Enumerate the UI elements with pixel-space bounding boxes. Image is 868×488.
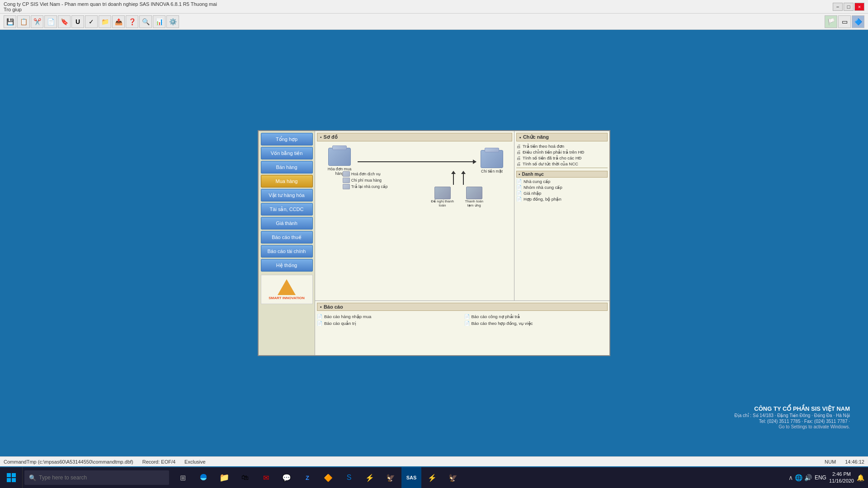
app-window: Tổng hợp Vốn bằng tiền Bán hàng Mua hàng… [258, 130, 610, 356]
taskbar-sas-icon[interactable]: SAS [401, 467, 421, 488]
toolbar-cut-btn[interactable]: ✂️ [31, 15, 43, 28]
sidebar-item-vat-tu[interactable]: Vật tư hàng hóa [261, 189, 313, 202]
tray-network-icon[interactable]: 🌐 [795, 474, 802, 481]
bao-cao-item-0[interactable]: 📄 Báo cáo hàng nhập mua [317, 314, 461, 319]
sidebar-item-ban-hang[interactable]: Bán hàng [261, 161, 313, 174]
taskbar-mail-icon[interactable]: ✉ [256, 467, 276, 488]
danh-muc-item-1[interactable]: 📄 Nhóm nhà cung cấp [516, 184, 608, 190]
bao-cao-doc-icon-0: 📄 [317, 314, 322, 319]
maximize-button[interactable]: □ [844, 3, 854, 11]
app-content: Tổng hợp Vốn bằng tiền Bán hàng Mua hàng… [259, 131, 609, 355]
danh-muc-item-3[interactable]: 📄 Hợp đồng, bộ phận [516, 196, 608, 202]
notification-icon[interactable]: 🔔 [857, 474, 864, 481]
minimize-button[interactable]: − [833, 3, 843, 11]
taskbar-zoom-icon[interactable]: Z [297, 467, 317, 488]
danh-muc-header: ▪ Danh mục [516, 171, 608, 178]
tray-icons: ∧ 🌐 🔊 [788, 474, 812, 481]
toolbar-chart-btn[interactable]: 📊 [153, 15, 165, 28]
toolbar-bookmark-btn[interactable]: 🔖 [58, 15, 71, 28]
taskbar-edge-icon[interactable] [193, 467, 213, 488]
toolbar-copy-btn[interactable]: 📋 [17, 15, 30, 28]
toolbar-settings-btn[interactable]: ⚙️ [166, 15, 179, 28]
arrows-up [453, 171, 464, 185]
taskbar-store-icon[interactable]: 🛍 [235, 467, 255, 488]
bao-cao-grid: 📄 Báo cáo hàng nhập mua 📄 Báo cáo công n… [317, 314, 608, 326]
toolbar-special-btn2[interactable]: ▭ [838, 15, 851, 28]
toolbar-new-btn[interactable]: 📄 [44, 15, 57, 28]
taskbar-explorer-icon[interactable]: 📁 [214, 467, 234, 488]
statusbar: CommandTmp (c:\mpsas60\A53144550\command… [0, 456, 868, 466]
bao-cao-item-3[interactable]: 📄 Báo cáo theo hợp đồng, vụ việc [464, 320, 608, 326]
sidebar-item-bao-cao-thue[interactable]: Báo cáo thuế [261, 231, 313, 244]
close-button[interactable]: × [854, 3, 864, 11]
doc-icon-1: 📄 [516, 185, 522, 190]
sidebar-item-mua-hang[interactable]: Mua hàng [261, 175, 313, 188]
bao-cao-header-icon: ▪ [320, 304, 322, 310]
taskbar-app6-icon[interactable]: 🦅 [443, 467, 463, 488]
danh-muc-item-0[interactable]: 📄 Nhà cung cấp [516, 178, 608, 184]
search-bar[interactable]: 🔍 [24, 470, 169, 485]
chuc-nang-item-2[interactable]: 🖨 Tính số tiền đã trả cho các HĐ [516, 155, 608, 161]
diag-item-hoadon-dv: Hoá đơn dịch vụ [343, 171, 381, 177]
tray-arrow-icon[interactable]: ∧ [788, 474, 793, 481]
bao-cao-doc-icon-1: 📄 [464, 314, 470, 319]
sys-tray: ∧ 🌐 🔊 ENG 2:46 PM 11/16/2020 🔔 [788, 471, 868, 485]
arrow-up-1 [453, 171, 454, 185]
start-button[interactable] [0, 467, 23, 488]
sidebar-item-gia-thanh[interactable]: Giá thành [261, 217, 313, 230]
diag-node-denghi: Đề nghị thanh toán [430, 187, 455, 207]
window-title: Cong ty CP SIS Viet Nam - Phan mem quan … [4, 1, 217, 7]
toolbar-check-btn[interactable]: ✓ [85, 15, 98, 28]
toolbar-search-btn[interactable]: 🔍 [139, 15, 152, 28]
company-address: Địa chỉ : Số 14/183 · Đặng Tiến Đông · Đ… [734, 413, 850, 418]
hoadon-icon-shape [328, 148, 351, 166]
toolbar-help-btn[interactable]: ❓ [126, 15, 138, 28]
status-record: Record: EOF/4 [142, 459, 175, 465]
thanhtoan-shape [466, 187, 482, 199]
diag-item-chiphi: Chi phí mua hàng [343, 178, 382, 183]
taskbar-skype-icon[interactable]: 💬 [277, 467, 297, 488]
bao-cao-item-2[interactable]: 📄 Báo cáo quản trị [317, 320, 461, 326]
chuc-nang-item-1[interactable]: 🖨 Điều chỉnh tiền phải trả trên HĐ [516, 149, 608, 155]
taskbar-app5-icon[interactable]: ⚡ [422, 467, 442, 488]
small-icon-3 [343, 184, 350, 189]
toolbar-folder-btn[interactable]: 📁 [99, 15, 111, 28]
chuc-nang-header: ▪ Chức năng [516, 133, 608, 141]
sidebar-item-tong-hop[interactable]: Tổng hợp [261, 133, 313, 145]
taskbar-app4-icon[interactable]: 🦅 [381, 467, 401, 488]
diagram-area: Hóa đơn mua hàng Chi tiền mặt [317, 143, 512, 299]
search-icon: 🔍 [29, 474, 36, 481]
task-icons: ⊞ 📁 🛍 ✉ 💬 Z 🔶 S ⚡ 🦅 SAS ⚡ 🦅 [173, 467, 463, 488]
taskbar-app1-icon[interactable]: 🔶 [318, 467, 338, 488]
chuc-nang-item-0[interactable]: 🖨 Trả tiền theo hoá đơn [516, 143, 608, 149]
chuc-nang-item-3[interactable]: 🖨 Tính số dư tức thời của NCC [516, 161, 608, 167]
small-icon-1 [343, 171, 350, 177]
bao-cao-item-1[interactable]: 📄 Báo cáo công nợ phải trả [464, 314, 608, 319]
toolbar-special-btn3[interactable]: 🔷 [852, 15, 864, 28]
main-area: Tổng hợp Vốn bằng tiền Bán hàng Mua hàng… [0, 30, 868, 456]
taskbar-datetime: 2:46 PM 11/16/2020 [829, 471, 854, 485]
task-view-icon[interactable]: ⊞ [173, 467, 193, 488]
taskbar-app3-icon[interactable]: ⚡ [360, 467, 380, 488]
search-input[interactable] [39, 474, 165, 481]
top-sections: ▪ Sơ đồ Hóa đơn mua hàng [315, 131, 609, 301]
tray-volume-icon[interactable]: 🔊 [804, 474, 812, 481]
toolbar-special-btn1[interactable]: 🏳️ [825, 15, 837, 28]
company-info: CÔNG TY CỔ PHẦN SIS VIỆT NAM Địa chỉ : S… [734, 405, 850, 429]
bao-cao-doc-icon-2: 📄 [317, 321, 322, 326]
sidebar-item-he-thong[interactable]: Hệ thống [261, 259, 313, 272]
sidebar-item-von-bang-tien[interactable]: Vốn bằng tiền [261, 147, 313, 160]
language-badge[interactable]: ENG [815, 474, 826, 481]
taskbar-app2-icon[interactable]: S [339, 467, 359, 488]
help-menu[interactable]: Tro giup [4, 7, 217, 12]
toolbar-u-btn[interactable]: U [71, 15, 84, 28]
doc-icon-2: 📄 [516, 191, 522, 196]
sidebar-item-bao-cao-tc[interactable]: Báo cáo tài chính [261, 245, 313, 258]
status-mode: Exclusive [184, 459, 205, 465]
sidebar-item-tai-san[interactable]: Tài sản, CCDC [261, 203, 313, 216]
danh-muc-item-2[interactable]: 📄 Giá nhập [516, 190, 608, 196]
toolbar-export-btn[interactable]: 📤 [112, 15, 125, 28]
window-controls: − □ × [833, 3, 864, 11]
toolbar-save-btn[interactable]: 💾 [4, 15, 16, 28]
so-do-header-icon: ▪ [320, 135, 322, 140]
